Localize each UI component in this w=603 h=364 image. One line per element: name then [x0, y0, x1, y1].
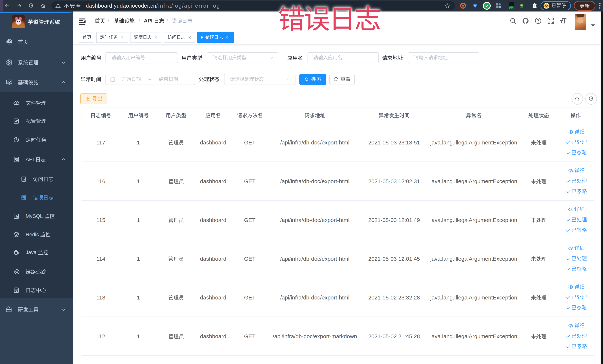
svg-text:on: on — [510, 7, 513, 9]
